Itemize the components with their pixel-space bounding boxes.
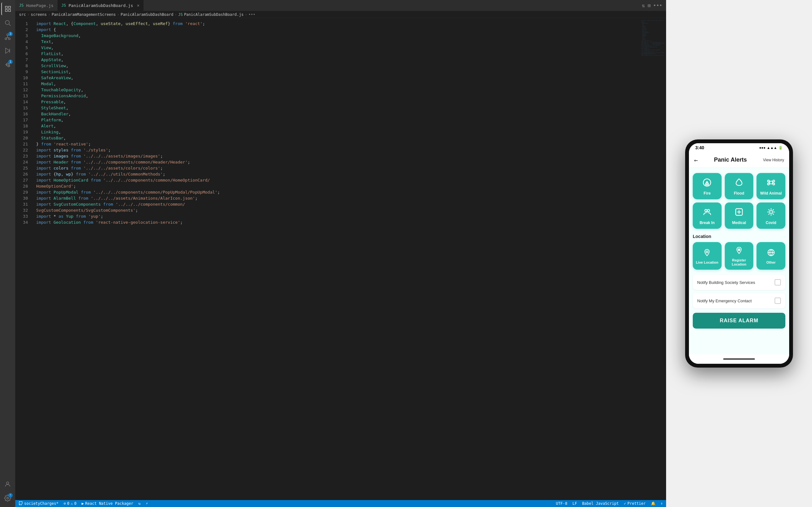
phone-status-bar: 3:40 ●●● ▲▲▲ 🔋 — [689, 143, 789, 152]
preview-panel: 3:40 ●●● ▲▲▲ 🔋 ← Panic Alerts View Histo… — [666, 0, 812, 507]
status-remote[interactable]: societyCharges* — [18, 501, 58, 506]
tab-panic-close[interactable]: × — [137, 3, 140, 8]
activity-explorer[interactable] — [1, 3, 14, 15]
svg-line-34 — [768, 214, 769, 215]
tab-bar: JS HomePage.js JS PanicAlaramSubDashBoar… — [15, 0, 666, 11]
status-plugin[interactable]: ⚡ — [146, 501, 148, 506]
activity-run[interactable] — [1, 44, 14, 57]
activity-settings[interactable]: ! — [1, 492, 14, 504]
activity-extensions[interactable]: 1 — [1, 58, 14, 71]
warning-icon: ⚠ — [71, 501, 73, 506]
editor-area: JS HomePage.js JS PanicAlaramSubDashBoar… — [15, 0, 666, 507]
svg-point-7 — [5, 38, 7, 40]
medical-icon — [734, 208, 744, 219]
svg-line-11 — [8, 38, 9, 38]
covid-icon — [767, 208, 775, 219]
register-location-icon — [735, 246, 743, 257]
status-remote-label: societyCharges* — [24, 501, 58, 506]
language-label: Babel JavaScript — [582, 501, 619, 506]
tab-homepage[interactable]: JS HomePage.js — [15, 0, 58, 11]
svg-point-36 — [706, 251, 708, 253]
alert-wild-animal-button[interactable]: Wild Animal — [757, 173, 785, 199]
location-grid: Live Location Register Location — [693, 242, 785, 270]
notify-emergency-checkbox[interactable] — [774, 297, 781, 304]
activity-accounts[interactable] — [1, 478, 14, 491]
status-bell[interactable]: 🔔 — [651, 501, 656, 506]
breadcrumb-file-icon: JS — [178, 12, 183, 17]
wifi-icon: ●●● — [759, 146, 765, 150]
svg-point-20 — [773, 183, 774, 185]
tab-panic[interactable]: JS PanicAlaramSubDashBoard.js × — [58, 0, 144, 11]
svg-line-10 — [6, 38, 8, 38]
activity-search[interactable] — [1, 16, 14, 29]
battery-icon: 🔋 — [778, 146, 783, 150]
alert-type-grid: Fire Flood — [693, 173, 785, 229]
tab-homepage-label: HomePage.js — [26, 3, 53, 8]
register-location-label: Register Location — [727, 258, 751, 267]
breadcrumb-src[interactable]: src — [19, 12, 26, 17]
line-ending-label: LF — [572, 501, 577, 506]
code-area[interactable]: import React, {Component, useState, useE… — [31, 18, 641, 500]
notify-emergency-row: Notify My Emergency Contact — [693, 293, 785, 308]
activity-bar: 3 1 ! — [0, 0, 15, 507]
extensions-badge: 1 — [8, 60, 13, 64]
breadcrumb-screens[interactable]: screens — [31, 12, 47, 17]
status-encoding[interactable]: UTF-8 — [556, 501, 567, 506]
status-sync[interactable]: ↻ — [138, 501, 141, 506]
svg-point-17 — [768, 180, 769, 182]
register-location-button[interactable]: Register Location — [725, 242, 754, 270]
alert-flood-button[interactable]: Flood — [725, 173, 754, 199]
phone-back-button[interactable]: ← — [694, 156, 698, 164]
alert-fire-button[interactable]: Fire — [693, 173, 722, 199]
status-errors[interactable]: ⊘ 0 ⚠ 0 — [63, 501, 77, 506]
tab-homepage-icon: JS — [19, 3, 23, 8]
svg-rect-2 — [5, 9, 7, 11]
alert-medical-button[interactable]: Medical — [725, 203, 754, 229]
formatter-label: Prettier — [627, 501, 646, 506]
toolbar-split-icon[interactable]: ⇅ — [642, 3, 645, 9]
live-location-label: Live Location — [696, 261, 718, 265]
svg-line-5 — [9, 24, 10, 26]
other-location-label: Other — [766, 261, 775, 265]
status-language[interactable]: Babel JavaScript — [582, 501, 619, 506]
settings-badge: ! — [8, 493, 13, 498]
svg-point-8 — [9, 38, 10, 40]
alert-covid-button[interactable]: Covid — [757, 203, 785, 229]
svg-point-18 — [773, 180, 774, 182]
medical-label: Medical — [732, 221, 746, 225]
status-formatter[interactable]: ✓ Prettier — [624, 501, 646, 506]
flood-icon — [734, 178, 744, 189]
activity-source-control[interactable]: 3 — [1, 31, 14, 43]
phone-time: 3:40 — [695, 145, 704, 150]
status-run[interactable]: ▶ React Native Packager — [82, 501, 133, 506]
minimap-content: import React, {Component, useState, useE… — [641, 18, 666, 58]
break-in-label: Break In — [700, 221, 715, 225]
svg-rect-0 — [5, 6, 7, 8]
phone-frame: 3:40 ●●● ▲▲▲ 🔋 ← Panic Alerts View Histo… — [685, 139, 793, 368]
phone-status-icons: ●●● ▲▲▲ 🔋 — [759, 146, 783, 150]
breadcrumb-panic-sub[interactable]: PanicAlaramSubDashBoard — [120, 12, 173, 17]
raise-alarm-button[interactable]: RAISE ALARM — [693, 313, 785, 329]
status-upload[interactable]: ↑ — [661, 501, 663, 506]
other-location-button[interactable]: Other — [757, 242, 785, 270]
svg-point-22 — [707, 210, 710, 212]
toolbar-more-icon[interactable]: ••• — [653, 3, 662, 9]
breadcrumb-more[interactable]: ••• — [248, 12, 255, 17]
live-location-button[interactable]: Live Location — [693, 242, 722, 270]
svg-rect-1 — [9, 6, 10, 8]
encoding-label: UTF-8 — [556, 501, 567, 506]
run-icon: ▶ — [82, 501, 84, 506]
toolbar-layout-icon[interactable]: ⊞ — [647, 3, 651, 9]
notify-building-row: Notify Building Society Services — [693, 275, 785, 290]
svg-point-27 — [769, 210, 772, 213]
breadcrumb-filename[interactable]: PanicAlaramSubDashBoard.js — [184, 12, 244, 17]
alert-break-in-button[interactable]: Break In — [693, 203, 722, 229]
other-location-icon — [767, 249, 775, 259]
svg-point-4 — [5, 20, 9, 25]
breadcrumb-panic-mgmt[interactable]: PanicAlaramManagementScreens — [52, 12, 116, 17]
notify-building-checkbox[interactable] — [774, 279, 781, 285]
bell-icon: 🔔 — [651, 501, 656, 506]
view-history-button[interactable]: View History — [763, 158, 784, 162]
plugin-icon: ⚡ — [146, 501, 148, 506]
status-line-ending[interactable]: LF — [572, 501, 577, 506]
